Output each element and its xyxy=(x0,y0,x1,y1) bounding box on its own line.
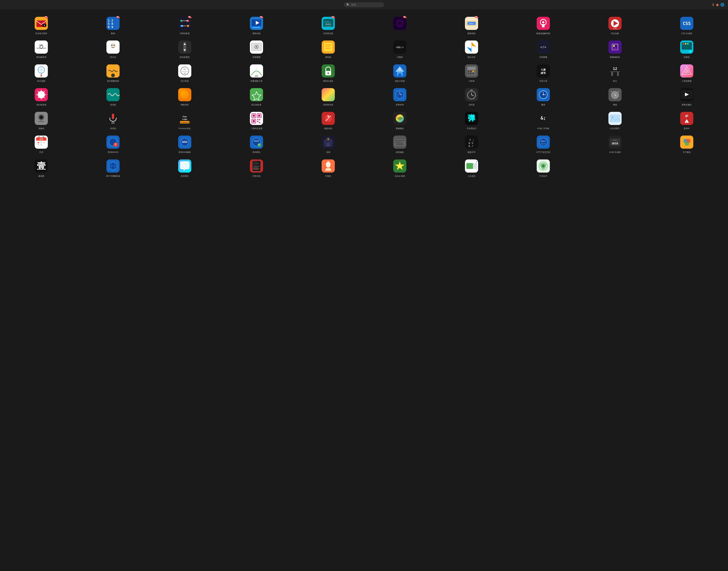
app-item-scan-online[interactable]: 扫雷在线 xyxy=(220,156,292,180)
app-item-map-marker[interactable]: 标记地图 xyxy=(5,61,77,85)
app-item-code-beautifier[interactable]: <html><body></html>新的代码美化器 xyxy=(292,13,364,37)
svg-text:Logo: Logo xyxy=(182,118,187,120)
app-item-html-chars[interactable]: &;HTML 字符集 xyxy=(508,108,579,132)
app-label-sudoku: 数独 xyxy=(111,32,115,35)
app-item-url-parser[interactable]: URL网址解析器 xyxy=(5,37,77,61)
app-item-code-converter[interactable]: 新的代码转换器 xyxy=(149,13,221,37)
app-item-shelf[interactable]: 12柜台 xyxy=(579,61,651,85)
app-item-calculator[interactable]: 计算器 xyxy=(436,61,508,85)
app-item-chinese-color[interactable]: 中国色 xyxy=(292,156,364,180)
app-item-unknown1[interactable]: 新的 xyxy=(364,13,436,37)
svg-rect-277 xyxy=(253,169,259,169)
app-item-og-preview[interactable]: <OG:>元预览 xyxy=(364,37,436,61)
app-item-fake-system[interactable]: 假系统 xyxy=(651,37,723,61)
app-item-relationship-calc[interactable]: 七舅姥爷关系计算 xyxy=(508,61,579,85)
app-item-user-agent[interactable]: 用户代理解析器 xyxy=(77,156,149,180)
app-item-jwt-decoder[interactable]: 智威汤逊解码器 xyxy=(508,13,579,37)
app-item-keyboard-symbols[interactable]: T ♩& %& /键盘符号 xyxy=(436,132,508,155)
app-item-morse-translator[interactable]: 莫尔斯翻译器 xyxy=(77,61,149,85)
badge-new-unknown1: 新的 xyxy=(403,16,407,18)
app-label-secure-email: 安全电子邮件 xyxy=(35,32,47,35)
svg-point-46 xyxy=(113,45,115,46)
svg-rect-135 xyxy=(250,88,263,101)
app-item-color-picker[interactable]: 捕捉色彩 xyxy=(292,108,364,132)
app-item-tailwind-animation[interactable]: 新的顺风动画 xyxy=(220,13,292,37)
app-item-code-image[interactable]: </>代码图像 xyxy=(508,37,579,61)
app-item-stickies[interactable]: 便利贴 xyxy=(292,37,364,61)
svg-rect-247 xyxy=(396,143,403,145)
download-icon[interactable]: ⬇ xyxy=(712,3,715,7)
app-icon-calendar: 日历 xyxy=(34,135,49,149)
svg-text:</html>: </html> xyxy=(324,25,332,27)
app-item-world-clock[interactable]: 世界时钟 xyxy=(364,85,436,108)
app-item-loan-calculator[interactable]: $贷款计算器 xyxy=(364,61,436,85)
app-icon-screenshot xyxy=(249,40,264,54)
app-item-afanda[interactable]: 阿凡达 xyxy=(77,37,149,61)
app-item-life-progress[interactable]: 人生进步 xyxy=(436,156,508,180)
app-item-check-ip[interactable]: IP查询IP xyxy=(651,108,723,132)
app-item-screenshot[interactable]: 页面截图 xyxy=(220,37,292,61)
app-item-dns-lookup[interactable]: DNS查询DNS解析 xyxy=(149,132,221,155)
app-item-mesh-gradient[interactable]: 网格渐变 xyxy=(149,85,221,108)
app-item-secure-email[interactable]: 新的安全电子邮件 xyxy=(5,13,77,37)
app-item-scroll-preview[interactable]: 滚动条预览 xyxy=(149,37,221,61)
app-item-capital[interactable]: 首都 xyxy=(292,132,364,155)
globe-icon[interactable]: 🌐 xyxy=(720,3,724,7)
app-item-sudoku[interactable]: 1 25 8 6 9新的数独 xyxy=(77,13,149,37)
app-label-virtual-keyboard: 虚拟键盘 xyxy=(396,151,404,153)
app-icon-scroll-preview xyxy=(177,40,192,54)
app-item-bmi-calculator[interactable]: BMI体重指数计算 xyxy=(220,61,292,85)
app-item-screen-recorder[interactable]: 屏幕录像机 xyxy=(651,85,723,108)
app-item-css-generator[interactable]: CSSCSS 生成器 xyxy=(651,13,723,37)
svg-point-96 xyxy=(328,73,329,74)
app-item-triangle-pattern[interactable]: 三角形图案 xyxy=(651,61,723,85)
app-item-about-color[interactable]: 关于颜色 xyxy=(651,132,723,155)
app-item-whois[interactable]: ?查询WHOIS xyxy=(77,132,149,155)
app-item-frequency[interactable]: 壹频道数 xyxy=(5,156,77,180)
svg-rect-284 xyxy=(466,163,473,169)
app-item-virtual-keyboard[interactable]: 虚拟键盘 xyxy=(364,132,436,155)
search-input[interactable] xyxy=(351,3,381,6)
app-item-alarm[interactable]: 警报 xyxy=(579,85,651,108)
app-item-watch[interactable]: 腕表 xyxy=(508,85,579,108)
app-label-image-color: 图像颜色 xyxy=(396,127,404,130)
app-item-image-color[interactable]: 图像颜色 xyxy=(364,108,436,132)
app-item-placeholder-img[interactable]: 占位符图片 xyxy=(579,108,651,132)
app-item-calendar[interactable]: 日历日历 xyxy=(5,132,77,155)
app-item-webcam[interactable]: 录象机 xyxy=(5,108,77,132)
app-item-macro-calculator[interactable]: PCCF宏计算器 xyxy=(149,61,221,85)
app-item-sunrise-maker[interactable]: 旭日制造者 xyxy=(5,85,77,108)
app-item-image-editor[interactable]: 图像编辑器 xyxy=(579,37,651,61)
app-item-http-status[interactable]: https://200 OKHTTP 状态代码 xyxy=(508,132,579,155)
app-item-password-generator[interactable]: 密码生成器 xyxy=(292,61,364,85)
app-icon-code-converter: 新的 xyxy=(177,16,192,31)
svg-rect-213 xyxy=(37,142,39,143)
search-container[interactable]: 🔍 xyxy=(344,2,384,7)
app-item-voice-chat[interactable]: 语音聊天 xyxy=(149,156,221,180)
svg-text:6 9: 6 9 xyxy=(108,25,113,29)
svg-rect-240 xyxy=(399,140,400,141)
app-item-voice-recorder[interactable]: 录音机 xyxy=(77,108,149,132)
app-item-pornhub-logo[interactable]: YourLogoPORNHUBPornhub 标志 xyxy=(149,108,221,132)
app-item-timer[interactable]: 定时器 xyxy=(436,85,508,108)
app-item-spot-creator[interactable]: 斑点制造者 xyxy=(220,85,292,108)
svg-rect-105 xyxy=(467,71,469,72)
app-item-tailwind-button[interactable]: Button新的顺风按钮 xyxy=(436,13,508,37)
app-item-decision[interactable]: ?做出决定 xyxy=(436,37,508,61)
app-item-website-check[interactable]: WWW🔍查询网址 xyxy=(220,132,292,155)
app-item-gradient-maker[interactable]: 渐变制作者 xyxy=(292,85,364,108)
svg-point-253 xyxy=(539,138,547,146)
app-item-neon-sign[interactable]: 弹手动霓虹灯 xyxy=(436,108,508,132)
app-item-qr-generator[interactable]: 二维码生成器 xyxy=(220,108,292,132)
app-item-lucky-player[interactable]: LIVE幸运玩家 xyxy=(579,13,651,37)
svg-rect-187 xyxy=(259,119,260,120)
app-label-screen-recorder: 屏幕录像机 xyxy=(681,103,692,106)
app-item-uuid-generator[interactable]: ***UUIDUUID 生成器 xyxy=(579,132,651,155)
app-item-github-stars[interactable]: Github 星星 xyxy=(364,156,436,180)
app-label-morse-translator: 莫尔斯翻译器 xyxy=(107,80,119,82)
app-item-chinese-chars[interactable]: 中文乱字 xyxy=(508,156,579,180)
svg-point-77 xyxy=(689,50,692,53)
app-item-wave-machine[interactable]: 造浪机 xyxy=(77,85,149,108)
app-label-world-clock: 世界时钟 xyxy=(396,103,404,106)
rss-icon[interactable]: ◉ xyxy=(716,3,719,7)
